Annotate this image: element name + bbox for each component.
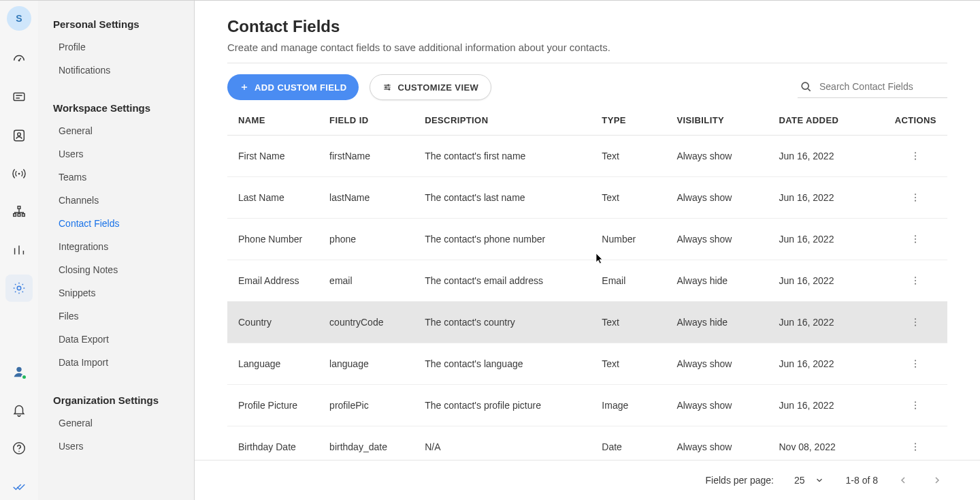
nav-files[interactable]: Files — [38, 304, 194, 328]
more-vertical-icon — [910, 234, 921, 245]
prev-page-button[interactable] — [893, 470, 913, 490]
table-row[interactable]: Phone NumberphoneThe contact's phone num… — [227, 219, 947, 260]
search-input[interactable] — [819, 81, 946, 92]
next-page-button[interactable] — [927, 470, 947, 490]
col-name[interactable]: NAME — [227, 108, 329, 136]
cell-field-id: profilePic — [329, 385, 425, 426]
user-presence-icon[interactable] — [5, 358, 33, 386]
cell-type: Image — [602, 385, 676, 426]
chevron-down-icon — [815, 475, 824, 485]
svg-point-25 — [915, 242, 916, 243]
cell-type: Text — [602, 343, 676, 385]
customize-view-label: CUSTOMIZE VIEW — [397, 82, 478, 93]
dashboard-icon[interactable] — [5, 46, 33, 73]
table-row[interactable]: Last NamelastNameThe contact's last name… — [227, 177, 947, 219]
more-vertical-icon — [910, 317, 921, 328]
cell-type: Number — [602, 219, 676, 260]
row-actions-button[interactable] — [906, 188, 925, 207]
col-actions: ACTIONS — [895, 108, 947, 136]
content-region: Contact Fields Create and manage contact… — [195, 1, 980, 460]
cell-date-added: Jun 16, 2022 — [779, 385, 894, 426]
table-row[interactable]: First NamefirstNameThe contact's first n… — [227, 136, 947, 177]
avatar[interactable]: S — [7, 6, 31, 31]
fields-table: NAME FIELD ID DESCRIPTION TYPE VISIBILIT… — [227, 108, 947, 460]
row-actions-button[interactable] — [906, 271, 925, 290]
table-row[interactable]: Birthday Datebirthday_dateN/ADateAlways … — [227, 426, 947, 460]
table-footer: Fields per page: 25 1-8 of 8 — [195, 460, 980, 500]
nav-channels[interactable]: Channels — [38, 189, 194, 212]
svg-point-15 — [389, 89, 390, 90]
sliders-icon — [382, 82, 392, 92]
per-page-select[interactable]: 25 — [787, 471, 831, 490]
broadcast-icon[interactable] — [5, 160, 33, 187]
table-row[interactable]: LanguagelanguageThe contact's languageTe… — [227, 343, 947, 385]
cell-name: Last Name — [227, 177, 329, 219]
cell-visibility: Always show — [676, 426, 779, 460]
search-box[interactable] — [798, 77, 947, 98]
svg-rect-6 — [14, 214, 16, 217]
col-visibility[interactable]: VISIBILITY — [676, 108, 779, 136]
nav-users-org[interactable]: Users — [38, 435, 194, 458]
customize-view-button[interactable]: CUSTOMIZE VIEW — [370, 74, 491, 100]
cell-field-id: countryCode — [329, 302, 425, 343]
row-actions-button[interactable] — [906, 396, 925, 415]
notifications-bell-icon[interactable] — [5, 396, 33, 424]
nav-profile[interactable]: Profile — [38, 35, 194, 59]
contacts-icon[interactable] — [5, 122, 33, 149]
double-check-icon[interactable] — [5, 473, 33, 500]
nav-contact-fields[interactable]: Contact Fields — [38, 212, 194, 235]
nav-notifications[interactable]: Notifications — [38, 59, 194, 82]
nav-users-ws[interactable]: Users — [38, 142, 194, 166]
row-actions-button[interactable] — [906, 230, 925, 249]
nav-data-import[interactable]: Data Import — [38, 351, 194, 374]
org-settings-heading: Organization Settings — [38, 389, 194, 411]
svg-point-31 — [915, 325, 916, 326]
cell-date-added: Jun 16, 2022 — [779, 302, 894, 343]
cell-description: The contact's email address — [425, 260, 602, 302]
svg-point-27 — [915, 280, 916, 281]
help-icon[interactable] — [5, 435, 33, 462]
messages-icon[interactable] — [5, 84, 33, 111]
nav-closing-notes[interactable]: Closing Notes — [38, 258, 194, 281]
col-date-added[interactable]: DATE ADDED — [779, 108, 894, 136]
cell-description: The contact's profile picture — [425, 385, 602, 426]
table-row[interactable]: Profile PictureprofilePicThe contact's p… — [227, 385, 947, 426]
workflows-icon[interactable] — [5, 198, 33, 225]
cell-description: The contact's phone number — [425, 219, 602, 260]
personal-settings-heading: Personal Settings — [38, 13, 194, 35]
cell-type: Date — [602, 426, 676, 460]
nav-general-ws[interactable]: General — [38, 119, 194, 142]
col-type[interactable]: TYPE — [602, 108, 676, 136]
row-actions-button[interactable] — [906, 146, 925, 166]
cell-name: Email Address — [227, 260, 329, 302]
nav-data-export[interactable]: Data Export — [38, 328, 194, 351]
nav-teams[interactable]: Teams — [38, 166, 194, 189]
row-actions-button[interactable] — [906, 313, 925, 332]
cell-description: N/A — [425, 426, 602, 460]
cell-visibility: Always hide — [676, 260, 779, 302]
reports-icon[interactable] — [5, 236, 33, 264]
cell-actions — [895, 260, 947, 302]
svg-point-12 — [18, 451, 19, 452]
table-row[interactable]: Email AddressemailThe contact's email ad… — [227, 260, 947, 302]
col-field-id[interactable]: FIELD ID — [329, 108, 425, 136]
row-actions-button[interactable] — [906, 354, 925, 373]
more-vertical-icon — [910, 441, 921, 452]
add-custom-field-label: ADD CUSTOM FIELD — [255, 82, 346, 93]
add-custom-field-button[interactable]: ADD CUSTOM FIELD — [227, 74, 359, 100]
nav-integrations[interactable]: Integrations — [38, 235, 194, 258]
cell-description: The contact's last name — [425, 177, 602, 219]
svg-point-23 — [915, 235, 916, 236]
table-row[interactable]: CountrycountryCodeThe contact's countryT… — [227, 302, 947, 343]
settings-icon[interactable] — [5, 275, 33, 302]
workspace-settings-heading: Workspace Settings — [38, 97, 194, 119]
nav-general-org[interactable]: General — [38, 411, 194, 435]
svg-point-13 — [388, 84, 389, 86]
col-description[interactable]: DESCRIPTION — [425, 108, 602, 136]
row-actions-button[interactable] — [906, 437, 925, 456]
svg-point-26 — [915, 277, 916, 278]
svg-point-3 — [18, 133, 21, 136]
chevron-right-icon — [932, 475, 943, 486]
cell-visibility: Always show — [676, 177, 779, 219]
nav-snippets[interactable]: Snippets — [38, 281, 194, 304]
